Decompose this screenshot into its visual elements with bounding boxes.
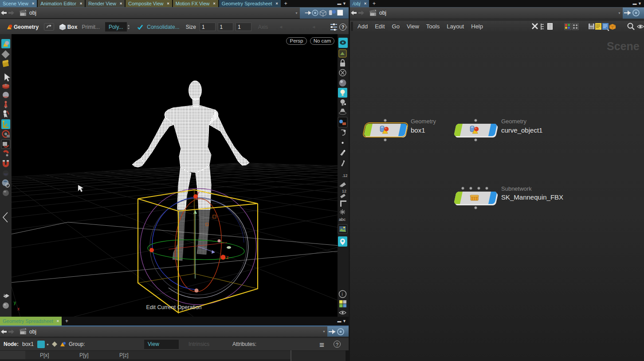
svg-text:Edit Current Operation: Edit Current Operation <box>146 304 201 310</box>
svg-text:abc: abc <box>339 217 346 222</box>
svg-text:i: i <box>342 292 343 297</box>
svg-text:12: 12 <box>342 189 346 193</box>
svg-text:y: y <box>197 190 200 195</box>
svg-text:.12: .12 <box>342 173 348 178</box>
svg-text:y: y <box>14 300 16 305</box>
svg-text:z: z <box>226 255 229 260</box>
svg-text:x: x <box>17 306 20 311</box>
